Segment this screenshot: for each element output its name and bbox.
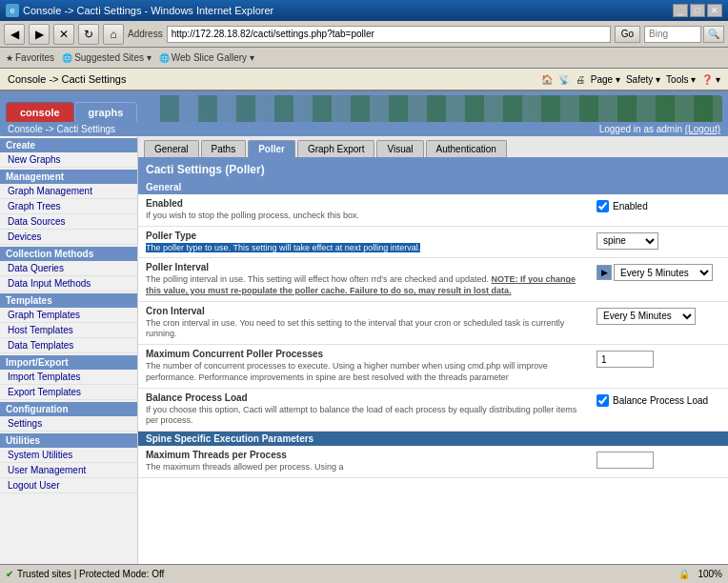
sidebar-item-graph-templates[interactable]: Graph Templates: [0, 308, 137, 323]
setting-title-cron-interval: Cron Interval: [146, 306, 589, 316]
poller-type-select[interactable]: spine cmd.php: [597, 232, 658, 250]
poller-interval-control: ▶ Every 5 Minutes Every Minute Every 2 M…: [597, 264, 713, 281]
search-input[interactable]: [644, 26, 701, 43]
logged-in-text: Logged in as admin: [599, 124, 682, 134]
settings-tabs: General Paths Poller Graph Export Visual…: [138, 136, 728, 159]
max-concurrent-input[interactable]: [597, 351, 654, 368]
safety-dropdown[interactable]: Safety ▾: [626, 74, 660, 85]
go-button[interactable]: Go: [615, 26, 640, 43]
sidebar-item-data-input-methods[interactable]: Data Input Methods: [0, 276, 137, 292]
setting-title-balance-load: Balance Process Load: [146, 392, 589, 403]
forward-button[interactable]: ▶: [29, 24, 50, 45]
status-right: 🔒 100%: [678, 569, 722, 579]
sidebar-item-graph-trees[interactable]: Graph Trees: [0, 199, 137, 214]
page-dropdown[interactable]: Page ▾: [591, 74, 620, 85]
home-button[interactable]: ⌂: [103, 24, 124, 45]
cron-interval-select[interactable]: Every 5 Minutes Every Minute Every 2 Min…: [597, 308, 696, 325]
setting-row-balance-load: Balance Process Load If you choose this …: [138, 389, 728, 432]
back-button[interactable]: ◀: [4, 24, 25, 45]
section-spine: Spine Specific Execution Parameters: [138, 432, 728, 446]
logout-link[interactable]: (Logout): [685, 124, 720, 134]
print-icon[interactable]: 🖨: [576, 74, 585, 85]
tab-graph-export[interactable]: Graph Export: [297, 140, 374, 157]
ie-icon: e: [6, 4, 19, 17]
max-threads-input[interactable]: [597, 452, 654, 469]
stop-button[interactable]: ✕: [53, 24, 74, 45]
setting-row-poller-interval: Poller Interval The polling interval in …: [138, 258, 728, 301]
sidebar-item-new-graphs[interactable]: New Graphs: [0, 152, 137, 168]
setting-control-poller-type: spine cmd.php: [597, 231, 720, 250]
search-button[interactable]: 🔍: [703, 26, 724, 43]
setting-title-poller-type: Poller Type: [146, 231, 589, 241]
tab-console[interactable]: console: [6, 102, 74, 122]
sidebar-section-management: Management: [0, 170, 137, 184]
login-status: Logged in as admin (Logout): [599, 124, 720, 134]
web-slice[interactable]: 🌐 Web Slice Gallery ▾: [159, 52, 254, 63]
sidebar-item-export-templates[interactable]: Export Templates: [0, 385, 137, 400]
tab-graphs[interactable]: graphs: [74, 102, 138, 122]
close-button[interactable]: ✕: [707, 4, 722, 17]
zoom-level: 100%: [698, 569, 722, 579]
sidebar-item-data-sources[interactable]: Data Sources: [0, 214, 137, 230]
setting-desc-max-threads: The maximum threads allowed per process.…: [146, 462, 589, 473]
poller-interval-select[interactable]: Every 5 Minutes Every Minute Every 2 Min…: [614, 264, 713, 281]
restore-button[interactable]: □: [690, 4, 705, 17]
sidebar-section-utilities: Utilities: [0, 433, 137, 448]
home-nav-icon[interactable]: 🏠: [541, 74, 553, 85]
sidebar-item-host-templates[interactable]: Host Templates: [0, 323, 137, 338]
refresh-button[interactable]: ↻: [78, 24, 99, 45]
setting-label-max-threads: Maximum Threads per Process The maximum …: [146, 450, 597, 473]
status-left: ✔ Trusted sites | Protected Mode: Off: [6, 569, 164, 579]
setting-desc-poller-type: The poller type to use. This setting wil…: [146, 243, 589, 254]
tab-authentication[interactable]: Authentication: [426, 140, 507, 157]
title-bar: e Console -> Cacti Settings - Windows In…: [0, 0, 728, 21]
tools-dropdown[interactable]: Tools ▾: [666, 74, 696, 85]
rss-icon[interactable]: 📡: [558, 74, 570, 85]
sidebar-item-system-utilities[interactable]: System Utilities: [0, 448, 137, 463]
content-panel: General Paths Poller Graph Export Visual…: [138, 136, 728, 564]
sidebar-item-user-management[interactable]: User Management: [0, 463, 137, 478]
sidebar-item-import-templates[interactable]: Import Templates: [0, 370, 137, 385]
section-general: General: [138, 180, 728, 194]
slice-label: Web Slice Gallery ▾: [172, 52, 254, 63]
tab-visual[interactable]: Visual: [376, 140, 423, 157]
sidebar-item-logout-user[interactable]: Logout User: [0, 478, 137, 493]
enabled-label: Enabled: [613, 201, 648, 211]
setting-title-max-threads: Maximum Threads per Process: [146, 450, 589, 460]
setting-desc-poller-interval: The polling interval in use. This settin…: [146, 274, 589, 296]
sidebar-item-data-templates[interactable]: Data Templates: [0, 338, 137, 353]
sidebar-section-import/export: Import/Export: [0, 355, 137, 370]
ie-nav-bar: Console -> Cacti Settings 🏠 📡 🖨 Page ▾ S…: [0, 69, 728, 91]
enabled-checkbox-row: Enabled: [597, 200, 648, 212]
setting-control-cron-interval: Every 5 Minutes Every Minute Every 2 Min…: [597, 306, 720, 325]
suggested-label: Suggested Sites ▾: [74, 52, 152, 63]
favorites-button[interactable]: ★ Favorites: [6, 52, 54, 63]
sidebar-item-data-queries[interactable]: Data Queries: [0, 261, 137, 276]
setting-label-poller-type: Poller Type The poller type to use. This…: [146, 231, 597, 254]
main-tab-row: console graphs: [0, 91, 728, 122]
sidebar-item-devices[interactable]: Devices: [0, 230, 137, 245]
tab-general[interactable]: General: [144, 140, 199, 157]
lock-icon: 🔒: [678, 569, 690, 579]
setting-control-max-threads: [597, 450, 720, 469]
sidebar-item-graph-management[interactable]: Graph Management: [0, 184, 137, 199]
window-controls[interactable]: _ □ ✕: [673, 4, 722, 17]
favorites-bar: ★ Favorites 🌐 Suggested Sites ▾ 🌐 Web Sl…: [0, 48, 728, 69]
setting-title-poller-interval: Poller Interval: [146, 262, 589, 272]
sidebar-section-create: Create: [0, 138, 137, 152]
slice-icon: 🌐: [159, 53, 170, 63]
setting-desc-max-concurrent: The number of concurrent processes to ex…: [146, 361, 589, 383]
enabled-checkbox[interactable]: [597, 200, 609, 212]
setting-label-max-concurrent: Maximum Concurrent Poller Processes The …: [146, 349, 597, 383]
address-input[interactable]: [167, 26, 611, 43]
tab-poller[interactable]: Poller: [248, 140, 295, 157]
breadcrumb: Console -> Cacti Settings: [8, 124, 115, 134]
balance-load-checkbox[interactable]: [597, 394, 609, 407]
setting-row-poller-type: Poller Type The poller type to use. This…: [138, 227, 728, 259]
suggested-icon: 🌐: [62, 53, 72, 63]
tab-paths[interactable]: Paths: [201, 140, 247, 157]
suggested-sites[interactable]: 🌐 Suggested Sites ▾: [62, 52, 152, 63]
minimize-button[interactable]: _: [673, 4, 688, 17]
sidebar-item-settings[interactable]: Settings: [0, 416, 137, 432]
help-dropdown[interactable]: ❓ ▾: [701, 74, 720, 85]
